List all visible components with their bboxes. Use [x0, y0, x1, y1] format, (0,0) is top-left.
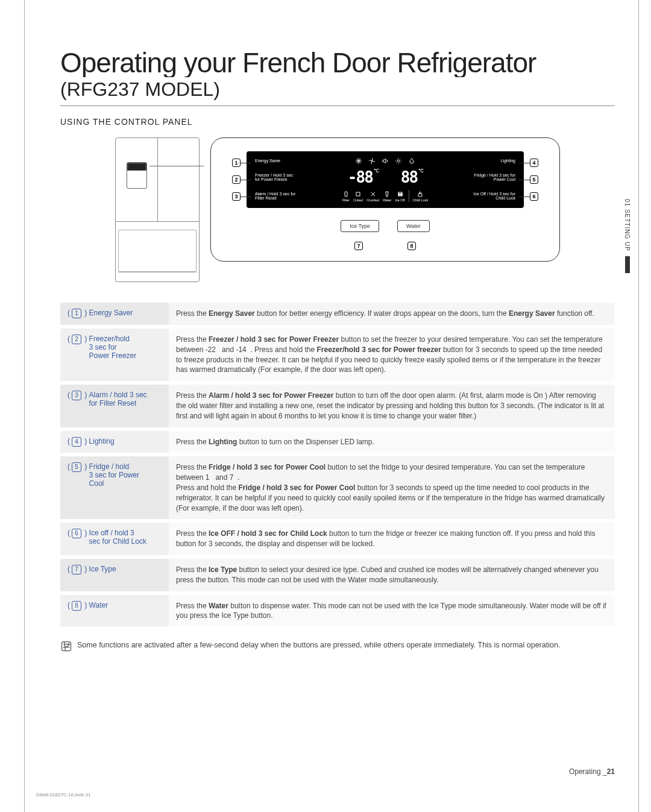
row3-mid: Filter Cubed Crushed Water ICEIce Off Ch… [297, 190, 473, 202]
temp-freezer: -88℃ [348, 168, 378, 186]
note-row: Some functions are activated after a few… [60, 640, 615, 652]
diagram-row: 1 2 3 4 5 6 Energy Saver [60, 137, 615, 282]
section-heading: USING THE CONTROL PANEL [60, 117, 615, 127]
row-label: ( 3 ) Alarm / hold 3 secfor Filter Reset [60, 385, 169, 427]
water-button: Water [397, 220, 430, 232]
table-row: ( 7 ) Ice TypePress the Ice Type button … [60, 559, 615, 591]
row3-left: Alarm / Hold 3 sec for Filter Reset [255, 192, 297, 201]
row-desc: Press the Ice Type button to select your… [169, 559, 615, 591]
row1-icons [297, 157, 473, 165]
page-title: Operating your French Door Refrigerator [60, 48, 615, 77]
footer-right: Operating _21 [569, 767, 615, 776]
row-label: ( 4 ) Lighting [60, 431, 169, 453]
row-label: ( 5 ) Fridge / hold3 sec for PowerCool [60, 456, 169, 519]
marker-4: 4 [530, 159, 538, 167]
brightness-icon [395, 157, 402, 165]
cubed-icon [354, 190, 362, 198]
ice-type-button: Ice Type [341, 220, 379, 232]
filter-icon [342, 190, 350, 198]
svg-text:ICE: ICE [398, 193, 402, 196]
table-row: ( 2 ) Freezer/hold3 sec forPower Freezer… [60, 329, 615, 381]
panel-row-3: Alarm / Hold 3 sec for Filter Reset Filt… [255, 190, 515, 202]
row-label: ( 6 ) Ice off / hold 3sec for Child Lock [60, 523, 169, 555]
leader-line [149, 166, 204, 166]
table-row: ( 1 ) Energy SaverPress the Energy Saver… [60, 303, 615, 325]
control-panel-strip: 1 2 3 4 5 6 Energy Saver [247, 151, 524, 208]
page-subtitle: (RFG237 MODEL) [60, 78, 615, 106]
svg-point-0 [371, 160, 373, 162]
marker-7: 7 [354, 242, 363, 250]
row1-left: Energy Saver [255, 159, 297, 163]
table-row: ( 8 ) WaterPress the Water button to dis… [60, 595, 615, 628]
sub-marker-row: 7 8 [354, 242, 416, 250]
row-label: ( 7 ) Ice Type [60, 559, 169, 591]
iceoff-icon: ICE [397, 190, 404, 198]
marker-1: 1 [232, 159, 241, 167]
svg-point-1 [397, 160, 400, 162]
marker-8: 8 [407, 242, 416, 250]
row-label: ( 2 ) Freezer/hold3 sec forPower Freezer [60, 329, 169, 381]
drop-icon [408, 157, 415, 165]
snowflake-icon [355, 157, 362, 165]
row-desc: Press the Ice OFF / hold 3 sec for Child… [169, 523, 615, 555]
sound-icon [382, 157, 389, 165]
svg-rect-6 [418, 194, 422, 197]
drawer [118, 230, 197, 272]
panel-row-2: Freezer / Hold 3 sec for Power Freeze -8… [255, 168, 515, 186]
lock-icon [417, 190, 424, 198]
row-desc: Press the Water button to dispense water… [169, 595, 615, 628]
row-desc: Press the Alarm / hold 3 sec for Power F… [169, 385, 615, 427]
page: Operating your French Door Refrigerator … [0, 0, 651, 812]
footer-left: DA68-01827C-16.indb 21 [36, 792, 91, 798]
svg-rect-7 [62, 642, 71, 651]
crushed-icon [370, 190, 377, 198]
row2-mid: -88℃ 88℃ [297, 168, 473, 186]
table-row: ( 4 ) LightingPress the Lighting button … [60, 431, 615, 453]
sub-buttons: Ice Type Water [341, 220, 430, 232]
control-panel-box: 1 2 3 4 5 6 Energy Saver [210, 137, 560, 262]
svg-rect-2 [345, 192, 347, 197]
row-desc: Press the Fridge / hold 3 sec for Power … [169, 456, 615, 519]
row-desc: Press the Lighting button to turn on the… [169, 431, 615, 453]
row1-right: Lighting [473, 159, 515, 163]
panel-row-1: Energy Saver Lighting [255, 157, 515, 165]
table-row: ( 5 ) Fridge / hold3 sec for PowerCoolPr… [60, 456, 615, 519]
row-desc: Press the Energy Saver button for better… [169, 303, 615, 325]
row-label: ( 8 ) Water [60, 595, 169, 628]
svg-rect-3 [356, 192, 360, 196]
fan-icon [368, 157, 376, 165]
table-row: ( 3 ) Alarm / hold 3 secfor Filter Reset… [60, 385, 615, 427]
note-icon [60, 640, 72, 652]
door-split [157, 138, 158, 221]
marker-3: 3 [232, 192, 241, 201]
marker-2: 2 [232, 175, 241, 184]
note-text: Some functions are activated after a few… [77, 640, 560, 651]
controls-table: ( 1 ) Energy SaverPress the Energy Saver… [60, 299, 615, 631]
fridge-drawing [115, 137, 200, 282]
table-row: ( 6 ) Ice off / hold 3sec for Child Lock… [60, 523, 615, 555]
drawer-base [118, 272, 197, 279]
row3-right: Ice Off / Hold 3 sec for Child Lock [473, 192, 515, 201]
fridge-divider [116, 221, 199, 222]
row-label: ( 1 ) Energy Saver [60, 303, 169, 325]
marker-6: 6 [530, 192, 538, 201]
dispenser [127, 162, 147, 189]
row-desc: Press the Freezer / hold 3 sec for Power… [169, 329, 615, 381]
row2-right: Fridge / Hold 3 sec for Power Cool [473, 173, 515, 182]
row2-left: Freezer / Hold 3 sec for Power Freeze [255, 173, 297, 182]
temp-fridge: 88℃ [401, 168, 423, 186]
water-icon [383, 190, 391, 198]
marker-5: 5 [530, 175, 538, 184]
